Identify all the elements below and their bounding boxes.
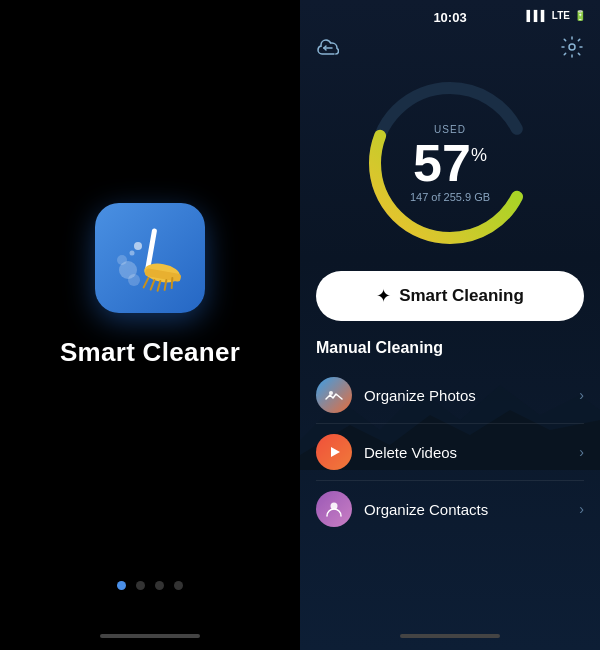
dot-2 [136, 581, 145, 590]
gauge-percent-row: 57 % [413, 137, 487, 189]
right-panel: 10:03 ▌▌▌ LTE 🔋 [300, 0, 600, 650]
dot-3 [155, 581, 164, 590]
network-type: LTE [552, 10, 570, 21]
smart-cleaning-label: Smart Cleaning [399, 286, 524, 306]
organize-contacts-item[interactable]: Organize Contacts › [316, 481, 584, 537]
chevron-right-icon-3: › [579, 501, 584, 517]
status-bar: 10:03 ▌▌▌ LTE 🔋 [300, 0, 600, 29]
svg-line-8 [158, 280, 161, 290]
sparkle-icon: ✦ [376, 285, 391, 307]
battery-icon: 🔋 [574, 10, 586, 21]
manual-cleaning-section: Manual Cleaning Organize Photos › Delete… [300, 321, 600, 537]
top-bar [300, 29, 600, 61]
svg-point-2 [128, 274, 140, 286]
home-indicator-left [100, 634, 200, 638]
app-name: Smart Cleaner [60, 337, 240, 368]
manual-cleaning-title: Manual Cleaning [316, 339, 584, 357]
organize-photos-item[interactable]: Organize Photos › [316, 367, 584, 424]
organize-photos-label: Organize Photos [364, 387, 579, 404]
dot-1 [117, 581, 126, 590]
photos-icon [316, 377, 352, 413]
dot-4 [174, 581, 183, 590]
left-panel: Smart Cleaner [0, 0, 300, 650]
svg-line-7 [151, 279, 155, 289]
status-icons: ▌▌▌ LTE 🔋 [527, 10, 586, 21]
home-indicator-right [400, 634, 500, 638]
svg-point-16 [569, 44, 575, 50]
delete-videos-item[interactable]: Delete Videos › [316, 424, 584, 481]
settings-icon-button[interactable] [558, 33, 586, 61]
chevron-right-icon-2: › [579, 444, 584, 460]
chevron-right-icon: › [579, 387, 584, 403]
smart-cleaning-button[interactable]: ✦ Smart Cleaning [316, 271, 584, 321]
videos-icon [316, 434, 352, 470]
gauge-number: 57 [413, 137, 471, 189]
gauge-label: USED [434, 124, 466, 135]
gauge-container: USED 57 % 147 of 255.9 GB [360, 73, 540, 253]
svg-marker-20 [331, 447, 340, 457]
svg-point-1 [117, 255, 127, 265]
svg-line-6 [144, 277, 149, 287]
gauge-center: USED 57 % 147 of 255.9 GB [410, 124, 490, 203]
cloud-icon-button[interactable] [314, 33, 342, 61]
delete-videos-label: Delete Videos [364, 444, 579, 461]
page-dots [117, 581, 183, 590]
contacts-icon [316, 491, 352, 527]
app-icon [95, 203, 205, 313]
gauge-percent-sign: % [471, 145, 487, 166]
gauge-storage: 147 of 255.9 GB [410, 191, 490, 203]
gauge-area: USED 57 % 147 of 255.9 GB [300, 61, 600, 253]
svg-point-12 [130, 250, 135, 255]
svg-point-11 [134, 242, 142, 250]
signal-icon: ▌▌▌ [527, 10, 548, 21]
status-time: 10:03 [433, 10, 466, 25]
organize-contacts-label: Organize Contacts [364, 501, 579, 518]
